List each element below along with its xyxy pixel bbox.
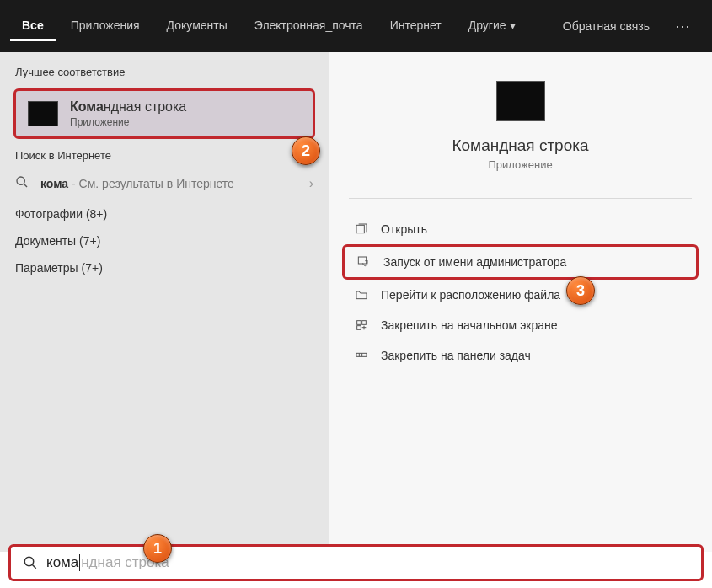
svg-line-9 [32, 564, 36, 569]
action-pin-taskbar-label: Закрепить на панели задач [381, 349, 531, 362]
text-cursor [79, 554, 80, 571]
action-open-label: Открыть [381, 222, 427, 236]
category-photos[interactable]: Фотографии (8+) [0, 200, 329, 227]
action-open[interactable]: Открыть [329, 214, 712, 244]
tab-more[interactable]: Другие ▾ [457, 12, 527, 41]
category-documents[interactable]: Документы (7+) [0, 227, 329, 254]
svg-point-8 [24, 557, 34, 566]
folder-icon [354, 287, 369, 302]
action-admin-label: Запуск от имени администратора [383, 255, 566, 269]
preview-subtitle: Приложение [329, 158, 712, 171]
action-pin-start[interactable]: Закрепить на начальном экране [329, 310, 712, 340]
search-icon [23, 555, 38, 570]
best-match-result[interactable]: Командная строка Приложение [13, 88, 315, 139]
callout-3: 3 [566, 276, 595, 305]
svg-rect-6 [357, 326, 361, 330]
best-match-text: Командная строка Приложение [70, 99, 301, 128]
cmd-icon-large [496, 81, 545, 121]
results-panel: Лучшее соответствие Командная строка При… [0, 52, 329, 552]
svg-point-0 [17, 177, 24, 184]
tab-email[interactable]: Электронная_почта [243, 12, 375, 41]
callout-2: 2 [292, 136, 320, 165]
best-match-label: Лучшее соответствие [0, 61, 329, 83]
tab-all[interactable]: Все [10, 12, 56, 41]
pin-start-icon [354, 318, 369, 333]
svg-rect-3 [358, 257, 366, 264]
cmd-icon [28, 101, 58, 126]
category-parameters[interactable]: Параметры (7+) [0, 254, 329, 281]
search-input[interactable]: командная строка [8, 544, 704, 581]
tab-internet[interactable]: Интернет [378, 12, 453, 41]
tab-apps[interactable]: Приложения [59, 12, 152, 41]
search-icon [15, 175, 30, 192]
feedback-link[interactable]: Обратная связь [551, 13, 661, 40]
web-search-result[interactable]: кома - См. результаты в Интернете › [0, 167, 329, 200]
action-file-location[interactable]: Перейти к расположению файла [329, 280, 712, 310]
preview-header: Командная строка Приложение [329, 69, 712, 183]
content-area: Лучшее соответствие Командная строка При… [0, 52, 712, 552]
top-tabs-bar: Все Приложения Документы Электронная_поч… [0, 0, 712, 52]
action-admin-highlight: Запуск от имени администратора [342, 244, 699, 280]
more-menu-button[interactable]: ⋯ [665, 10, 702, 42]
divider [349, 198, 692, 199]
chevron-right-icon: › [309, 176, 313, 191]
best-match-subtitle: Приложение [70, 116, 301, 128]
action-pin-taskbar[interactable]: Закрепить на панели задач [329, 340, 712, 371]
svg-rect-5 [362, 321, 367, 325]
svg-rect-2 [356, 225, 364, 233]
preview-title: Командная строка [329, 136, 712, 155]
web-search-text: кома - См. результаты в Интернете [40, 177, 299, 190]
preview-panel: Командная строка Приложение Открыть Запу… [329, 52, 712, 552]
svg-rect-4 [357, 321, 361, 325]
open-icon [354, 222, 369, 237]
best-match-title: Командная строка [70, 99, 301, 115]
action-run-admin[interactable]: Запуск от имени администратора [345, 247, 696, 277]
svg-rect-7 [356, 353, 367, 356]
tab-documents[interactable]: Документы [155, 12, 239, 41]
callout-1: 1 [143, 534, 172, 563]
action-location-label: Перейти к расположению файла [381, 288, 560, 302]
chevron-down-icon: ▾ [510, 19, 516, 32]
admin-shield-icon [356, 254, 372, 270]
action-pin-start-label: Закрепить на начальном экране [381, 318, 558, 332]
web-search-label: Поиск в Интернете [0, 144, 329, 167]
tab-more-label: Другие [468, 19, 506, 32]
svg-line-1 [24, 184, 27, 187]
pin-taskbar-icon [354, 348, 369, 363]
